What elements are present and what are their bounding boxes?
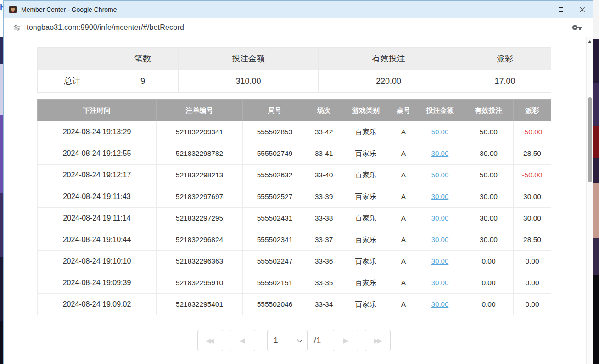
cell-payout: -50.00 xyxy=(514,165,551,186)
window-controls xyxy=(528,1,593,18)
scrollbar-thumb[interactable] xyxy=(588,97,592,182)
cell-bet_amount: 30.00 xyxy=(416,143,464,165)
bet-amount-link[interactable]: 50.00 xyxy=(431,128,449,136)
scroll-up-arrow-icon[interactable] xyxy=(588,40,592,43)
cell-time: 2024-08-24 19:13:29 xyxy=(38,121,157,143)
cell-session: 33-37 xyxy=(307,229,341,251)
address-bar[interactable]: tongbao31.com:9900/infe/mcenter/#/betRec… xyxy=(4,18,593,37)
cell-payout: 0.00 xyxy=(514,294,551,315)
cell-round_no: 555502527 xyxy=(243,186,307,208)
summary-total-payout: 17.00 xyxy=(459,70,551,93)
cell-valid_bet: 50.00 xyxy=(464,121,514,143)
cell-valid_bet: 30.00 xyxy=(464,143,514,165)
right-chevron-icon: ▶ xyxy=(343,337,349,344)
cell-round_no: 555502632 xyxy=(243,165,307,186)
cell-round_no: 555502749 xyxy=(243,143,307,165)
password-key-icon[interactable] xyxy=(572,22,582,33)
cell-bet_amount: 30.00 xyxy=(416,272,464,294)
minimize-button[interactable] xyxy=(528,1,550,18)
cell-time: 2024-08-24 19:11:14 xyxy=(38,208,157,229)
column-header-table_no: 桌号 xyxy=(391,100,416,121)
maximize-button[interactable] xyxy=(550,1,571,18)
bet-amount-link[interactable]: 30.00 xyxy=(431,257,449,265)
cell-table_no: A xyxy=(391,165,416,186)
summary-total-valid-bet: 220.00 xyxy=(319,70,459,93)
cell-bet_no: 521832299341 xyxy=(157,121,243,143)
cell-game_type: 百家乐 xyxy=(341,186,391,208)
bet-amount-link[interactable]: 30.00 xyxy=(431,279,449,287)
column-header-game_type: 游戏类别 xyxy=(341,100,391,121)
cell-time: 2024-08-24 19:09:02 xyxy=(38,294,157,315)
bet-amount-link[interactable]: 30.00 xyxy=(431,149,449,157)
cell-game_type: 百家乐 xyxy=(341,165,391,186)
cell-bet_amount: 50.00 xyxy=(416,121,464,143)
cell-round_no: 555502853 xyxy=(243,121,307,143)
window-title: Member Center - Google Chrome xyxy=(21,6,117,13)
column-header-session: 场次 xyxy=(307,100,341,121)
bet-record-table: 下注时间注单编号局号场次游戏类别桌号投注金额有效投注派彩 2024-08-24 … xyxy=(37,99,551,315)
cell-round_no: 555502431 xyxy=(243,208,307,229)
cell-bet_no: 521832295401 xyxy=(157,294,243,315)
site-info-tune-icon[interactable] xyxy=(13,23,21,32)
cell-game_type: 百家乐 xyxy=(341,251,391,272)
last-page-button[interactable]: ▶▶ xyxy=(365,330,391,351)
cell-session: 33-42 xyxy=(307,121,341,143)
cell-session: 33-41 xyxy=(307,143,341,165)
first-page-button[interactable]: ◀◀ xyxy=(197,330,223,351)
cell-game_type: 百家乐 xyxy=(341,272,391,294)
url-input[interactable]: tongbao31.com:9900/infe/mcenter/#/betRec… xyxy=(27,23,184,32)
cell-round_no: 555502341 xyxy=(243,229,307,251)
cell-session: 33-36 xyxy=(307,251,341,272)
bet-amount-link[interactable]: 30.00 xyxy=(431,236,449,243)
column-header-time: 下注时间 xyxy=(38,100,157,121)
cell-valid_bet: 30.00 xyxy=(464,229,514,251)
cell-table_no: A xyxy=(391,251,416,272)
left-chevron-icon: ◀ xyxy=(240,337,245,344)
cell-payout: 0.00 xyxy=(514,272,551,294)
next-page-button[interactable]: ▶ xyxy=(333,330,358,351)
cell-game_type: 百家乐 xyxy=(341,229,391,251)
bet-amount-link[interactable]: 30.00 xyxy=(431,214,449,222)
cell-payout: 28.50 xyxy=(514,143,551,165)
cell-table_no: A xyxy=(391,121,416,143)
cell-bet_amount: 30.00 xyxy=(416,186,464,208)
cell-time: 2024-08-24 19:12:17 xyxy=(38,165,157,186)
table-row: 2024-08-24 19:13:29521832299341555502853… xyxy=(38,121,551,143)
prev-page-button[interactable]: ◀ xyxy=(230,330,255,351)
cell-bet_no: 521832297697 xyxy=(157,186,243,208)
cell-bet_amount: 30.00 xyxy=(416,251,464,272)
bet-amount-link[interactable]: 50.00 xyxy=(431,171,449,179)
close-button[interactable] xyxy=(571,1,593,18)
cell-bet_no: 521832298213 xyxy=(157,165,243,186)
cell-bet_amount: 50.00 xyxy=(416,165,464,186)
cell-time: 2024-08-24 19:12:55 xyxy=(38,143,157,165)
summary-header-blank xyxy=(38,48,107,70)
summary-total-bet-amount: 310.00 xyxy=(179,70,319,93)
cell-valid_bet: 0.00 xyxy=(464,272,514,294)
table-row: 2024-08-24 19:12:55521832298782555502749… xyxy=(38,143,551,165)
cell-bet_amount: 30.00 xyxy=(416,229,464,251)
cell-bet_no: 521832298782 xyxy=(157,143,243,165)
column-header-valid_bet: 有效投注 xyxy=(464,100,514,121)
cell-round_no: 555502046 xyxy=(243,294,307,315)
table-row: 2024-08-24 19:10:44521832296824555502341… xyxy=(38,229,551,251)
summary-header-bet-amount: 投注金额 xyxy=(179,48,319,70)
summary-header-payout: 派彩 xyxy=(459,48,551,70)
vertical-scrollbar[interactable] xyxy=(586,37,593,364)
column-header-payout: 派彩 xyxy=(514,100,551,121)
page-select[interactable]: 1 xyxy=(267,330,308,351)
summary-total-label: 总计 xyxy=(38,70,107,93)
cell-valid_bet: 30.00 xyxy=(464,208,514,229)
title-bar: Member Center - Google Chrome xyxy=(4,1,593,18)
total-pages-label: /1 xyxy=(314,336,321,346)
bet-amount-link[interactable]: 30.00 xyxy=(431,300,449,308)
summary-total-count: 9 xyxy=(107,70,179,93)
cell-game_type: 百家乐 xyxy=(341,121,391,143)
summary-header-count: 笔数 xyxy=(107,48,179,70)
cell-table_no: A xyxy=(391,294,416,315)
cell-round_no: 555502151 xyxy=(243,272,307,294)
bet-amount-link[interactable]: 30.00 xyxy=(431,193,449,200)
cell-table_no: A xyxy=(391,208,416,229)
bet-table-header-row: 下注时间注单编号局号场次游戏类别桌号投注金额有效投注派彩 xyxy=(38,100,551,121)
cell-valid_bet: 30.00 xyxy=(464,186,514,208)
